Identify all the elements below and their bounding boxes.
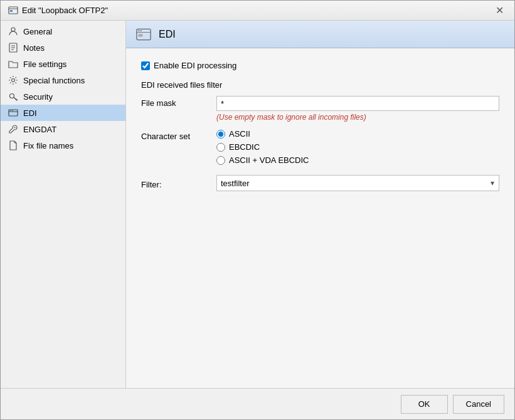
sidebar-label-general: General bbox=[23, 27, 52, 36]
main-content: EDI Enable EDI processing EDI received f… bbox=[126, 21, 514, 388]
app-icon bbox=[8, 6, 18, 16]
content-header: EDI bbox=[126, 21, 514, 48]
radio-ebcdic-label[interactable]: EBCDIC bbox=[229, 142, 260, 152]
svg-rect-22 bbox=[138, 34, 142, 36]
person-icon bbox=[8, 26, 18, 36]
svg-point-20 bbox=[138, 29, 139, 31]
svg-rect-2 bbox=[10, 10, 13, 12]
svg-point-9 bbox=[10, 94, 14, 98]
radio-ebcdic: EBCDIC bbox=[216, 142, 499, 152]
file-mask-input[interactable] bbox=[216, 96, 499, 111]
svg-point-8 bbox=[12, 79, 15, 82]
radio-ascii-input[interactable] bbox=[216, 130, 225, 139]
key-icon bbox=[8, 92, 18, 102]
file-mask-control-area: (Use empty mask to ignore all incoming f… bbox=[216, 96, 499, 122]
file-mask-hint: (Use empty mask to ignore all incoming f… bbox=[216, 113, 499, 122]
dialog-footer: OK Cancel bbox=[1, 388, 514, 419]
note-icon bbox=[8, 43, 18, 53]
content-header-title: EDI bbox=[159, 29, 176, 40]
radio-ascii-vda-input[interactable] bbox=[216, 156, 225, 165]
sidebar-item-general[interactable]: General bbox=[1, 23, 125, 39]
enable-edi-row: Enable EDI processing bbox=[141, 61, 499, 70]
sidebar-item-file-settings[interactable]: File settings bbox=[1, 56, 125, 72]
edi-sidebar-icon bbox=[8, 108, 18, 118]
sidebar-label-fix-file-names: Fix file names bbox=[23, 141, 73, 150]
filter-control-area: testfilter filter2 filter3 bbox=[216, 175, 499, 191]
radio-ascii-vda: ASCII + VDA EBCDIC bbox=[216, 155, 499, 165]
radio-group-character-set: ASCII EBCDIC ASCII + VDA EBCDIC bbox=[216, 129, 499, 165]
cancel-button[interactable]: Cancel bbox=[453, 395, 504, 414]
gear-icon bbox=[8, 75, 18, 85]
dialog-title: Edit "Loopback OFTP2" bbox=[22, 6, 108, 15]
edi-header-icon bbox=[136, 27, 151, 42]
sidebar-label-security: Security bbox=[23, 92, 53, 102]
enable-edi-label[interactable]: Enable EDI processing bbox=[154, 61, 236, 70]
radio-ebcdic-input[interactable] bbox=[216, 143, 225, 152]
title-bar: Edit "Loopback OFTP2" ✕ bbox=[1, 1, 514, 21]
sidebar: General Notes bbox=[1, 21, 126, 388]
character-set-group: Character set ASCII EBCDIC bbox=[141, 129, 499, 165]
wrench-icon bbox=[8, 124, 18, 134]
character-set-control-area: ASCII EBCDIC ASCII + VDA EBCDIC bbox=[216, 129, 499, 165]
content-body: Enable EDI processing EDI received files… bbox=[126, 48, 514, 388]
dialog-body: General Notes bbox=[1, 21, 514, 388]
filter-select[interactable]: testfilter filter2 filter3 bbox=[216, 175, 499, 191]
sidebar-label-notes: Notes bbox=[23, 43, 45, 53]
svg-point-3 bbox=[11, 28, 15, 31]
filter-label: Filter: bbox=[141, 177, 216, 189]
enable-edi-checkbox[interactable] bbox=[141, 61, 150, 70]
character-set-label: Character set bbox=[141, 129, 216, 141]
sidebar-label-file-settings: File settings bbox=[23, 60, 66, 69]
svg-rect-13 bbox=[9, 110, 18, 116]
close-button[interactable]: ✕ bbox=[492, 3, 507, 18]
sidebar-label-special-functions: Special functions bbox=[23, 76, 85, 85]
file-mask-label: File mask bbox=[141, 96, 216, 108]
sidebar-item-security[interactable]: Security bbox=[1, 88, 125, 105]
radio-ascii: ASCII bbox=[216, 129, 499, 139]
sidebar-item-engdat[interactable]: ENGDAT bbox=[1, 121, 125, 137]
sidebar-item-notes[interactable]: Notes bbox=[1, 39, 125, 56]
file-icon bbox=[8, 140, 18, 150]
svg-point-15 bbox=[10, 110, 11, 112]
sidebar-label-edi: EDI bbox=[23, 108, 37, 118]
svg-point-17 bbox=[14, 127, 16, 129]
ok-button[interactable]: OK bbox=[401, 395, 448, 414]
svg-point-21 bbox=[141, 29, 142, 31]
sidebar-item-fix-file-names[interactable]: Fix file names bbox=[1, 137, 125, 154]
sidebar-label-engdat: ENGDAT bbox=[23, 125, 56, 134]
dialog: Edit "Loopback OFTP2" ✕ General bbox=[0, 0, 515, 420]
svg-point-16 bbox=[12, 110, 13, 112]
sidebar-item-edi[interactable]: EDI bbox=[1, 105, 125, 121]
file-mask-group: File mask (Use empty mask to ignore all … bbox=[141, 96, 499, 122]
folder-icon bbox=[8, 59, 18, 69]
filter-group: Filter: testfilter filter2 filter3 bbox=[141, 175, 499, 191]
title-bar-left: Edit "Loopback OFTP2" bbox=[8, 6, 108, 16]
sidebar-item-special-functions[interactable]: Special functions bbox=[1, 72, 125, 88]
radio-ascii-label[interactable]: ASCII bbox=[229, 129, 250, 139]
radio-ascii-vda-label[interactable]: ASCII + VDA EBCDIC bbox=[229, 155, 309, 165]
section-label: EDI received files filter bbox=[141, 80, 499, 90]
